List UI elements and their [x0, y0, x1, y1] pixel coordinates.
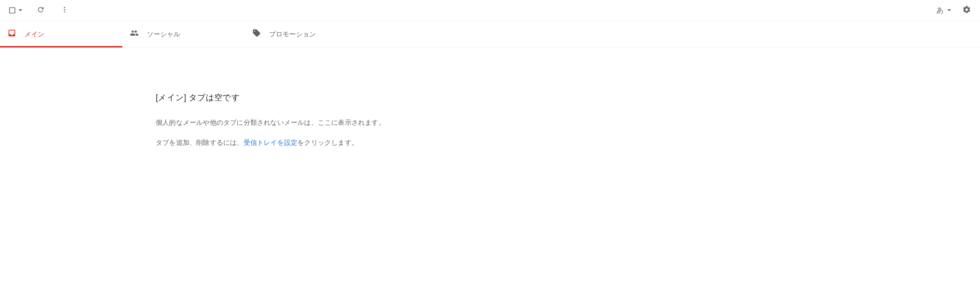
category-tabs: メイン ソーシャル プロモーション — [0, 21, 980, 48]
configure-inbox-link[interactable]: 受信トレイを設定 — [243, 139, 298, 146]
empty-state: [メイン] タブは空です 個人的なメールや他のタブに分類されないメールは、ここに… — [0, 48, 980, 147]
tab-social[interactable]: ソーシャル — [123, 21, 245, 47]
gear-icon — [962, 5, 971, 16]
people-icon — [130, 29, 139, 39]
more-actions-button[interactable] — [57, 3, 72, 18]
svg-point-3 — [64, 11, 65, 12]
toolbar-right-group: あ — [935, 3, 974, 18]
input-language-button[interactable]: あ — [935, 3, 953, 18]
empty-state-instruction-after: をクリックします。 — [298, 139, 358, 146]
tab-promotions-label: プロモーション — [269, 30, 316, 38]
tab-primary-label: メイン — [24, 30, 45, 38]
empty-state-instruction: タブを追加、削除するには、受信トレイを設定をクリックします。 — [156, 138, 980, 147]
empty-state-description: 個人的なメールや他のタブに分類されないメールは、ここに表示されます。 — [156, 118, 980, 127]
svg-rect-0 — [10, 7, 15, 13]
refresh-icon — [37, 6, 45, 15]
input-language-label: あ — [936, 5, 943, 15]
refresh-button[interactable] — [33, 3, 48, 18]
tab-promotions[interactable]: プロモーション — [245, 21, 367, 47]
checkbox-outline-icon — [8, 6, 16, 14]
tag-icon — [252, 29, 261, 39]
svg-point-1 — [64, 7, 65, 8]
more-vertical-icon — [61, 6, 68, 15]
tab-social-label: ソーシャル — [147, 30, 180, 38]
chevron-down-icon — [947, 9, 951, 11]
inbox-icon — [7, 29, 16, 39]
toolbar: あ — [0, 0, 980, 21]
empty-state-instruction-before: タブを追加、削除するには、 — [156, 139, 243, 146]
chevron-down-icon — [19, 9, 22, 11]
empty-state-title: [メイン] タブは空です — [156, 92, 980, 103]
tab-primary[interactable]: メイン — [0, 21, 123, 47]
settings-button[interactable] — [959, 3, 974, 18]
svg-point-2 — [64, 9, 65, 10]
select-all-dropdown[interactable] — [6, 4, 24, 17]
toolbar-left-group — [6, 3, 72, 18]
